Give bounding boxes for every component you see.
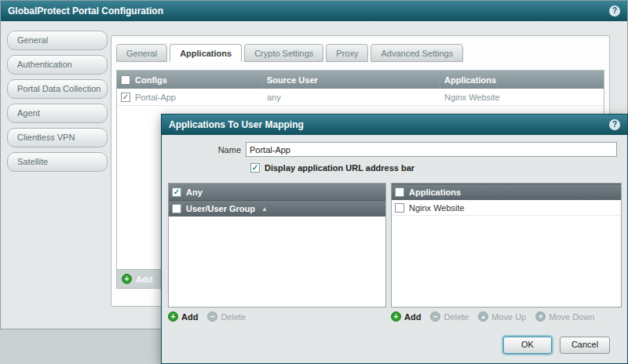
sidebar-item-general[interactable]: General	[7, 31, 108, 50]
applications-header-row[interactable]: Applications	[392, 184, 621, 200]
tab-bar: General Applications Crypto Settings Pro…	[111, 36, 609, 62]
applications-header-label: Applications	[409, 187, 461, 197]
configs-table-header: Configs Source User Applications	[117, 71, 604, 89]
users-delete-button: − Delete	[207, 311, 246, 322]
application-item-checkbox[interactable]	[395, 203, 404, 213]
header-configs: Configs	[117, 71, 263, 89]
display-url-bar-checkbox[interactable]: ✓	[250, 163, 260, 173]
cell-configs: ✓ Portal-App	[117, 89, 263, 105]
user-group-header-label: User/User Group	[186, 204, 255, 213]
add-icon: +	[122, 274, 132, 284]
sidebar-item-clientless-vpn[interactable]: Clientless VPN	[7, 128, 108, 147]
screen: GlobalProtect Portal Configuration ? Gen…	[0, 0, 628, 364]
user-group-header-row[interactable]: User/User Group ▲	[169, 200, 385, 217]
users-panel: ✓ Any User/User Group ▲	[168, 183, 386, 308]
mapping-dialog-header: Applications To User Mapping ?	[162, 115, 627, 135]
application-item-nginx[interactable]: Nginx Website	[392, 200, 621, 216]
applications-to-user-mapping-dialog: Applications To User Mapping ? Name ✓ Di…	[161, 114, 628, 364]
header-source-user: Source User	[263, 71, 440, 89]
cell-configs-text[interactable]: Portal-App	[135, 93, 176, 102]
header-configs-label: Configs	[135, 75, 167, 85]
applications-panel-actions: + Add − Delete ▲ Move Up ▼ Move Down	[391, 311, 594, 322]
ok-button[interactable]: OK	[503, 337, 552, 354]
move-down-button: ▼ Move Down	[535, 311, 594, 322]
cell-source-user: any	[263, 89, 440, 105]
table-add-button[interactable]: Add	[136, 275, 152, 284]
cancel-button[interactable]: Cancel	[560, 337, 610, 354]
tab-general[interactable]: General	[116, 44, 167, 62]
applications-select-all-checkbox[interactable]	[395, 187, 404, 197]
help-icon[interactable]: ?	[609, 119, 620, 130]
users-add-button[interactable]: + Add	[168, 311, 198, 322]
application-item-label: Nginx Website	[409, 203, 465, 213]
name-label: Name	[162, 145, 246, 155]
name-row: Name	[162, 142, 617, 157]
header-source-user-label: Source User	[267, 75, 318, 85]
applications-list-empty	[392, 216, 621, 307]
delete-icon: −	[430, 311, 440, 322]
applications-add-button[interactable]: + Add	[391, 311, 421, 322]
tab-applications[interactable]: Applications	[170, 44, 242, 62]
tab-proxy[interactable]: Proxy	[326, 44, 368, 62]
users-panel-actions: + Add − Delete	[168, 311, 246, 322]
url-bar-row[interactable]: ✓ Display application URL address bar	[250, 163, 414, 173]
mapping-dialog-title: Applications To User Mapping	[169, 119, 609, 130]
tab-crypto-settings[interactable]: Crypto Settings	[244, 44, 323, 62]
sidebar-item-satellite[interactable]: Satellite	[7, 152, 108, 172]
tab-advanced-settings[interactable]: Advanced Settings	[371, 44, 463, 62]
name-input[interactable]	[246, 142, 617, 157]
delete-icon: −	[207, 311, 217, 322]
select-all-checkbox[interactable]	[121, 75, 130, 85]
add-icon: +	[391, 311, 401, 322]
move-down-icon: ▼	[535, 311, 546, 322]
applications-panel: Applications Nginx Website	[391, 183, 622, 308]
add-icon: +	[168, 311, 178, 322]
move-up-icon: ▲	[478, 311, 488, 322]
header-applications: Applications	[440, 71, 604, 89]
sidebar-item-portal-data-collection[interactable]: Portal Data Collection	[7, 79, 108, 99]
cell-applications: Nginx Website	[440, 89, 604, 105]
users-list-empty	[169, 217, 385, 307]
header-applications-label: Applications	[444, 75, 496, 85]
sidebar-item-authentication[interactable]: Authentication	[7, 55, 108, 75]
sort-ascending-icon[interactable]: ▲	[261, 206, 268, 213]
any-checkbox[interactable]: ✓	[172, 187, 181, 197]
applications-delete-button: − Delete	[430, 311, 469, 322]
any-label: Any	[186, 187, 203, 197]
move-up-button: ▲ Move Up	[478, 311, 526, 322]
portal-dialog-header: GlobalProtect Portal Configuration ?	[1, 1, 627, 21]
sidebar-item-agent[interactable]: Agent	[7, 104, 108, 123]
row-checkbox[interactable]: ✓	[121, 93, 130, 102]
table-row-portal-app[interactable]: ✓ Portal-App any Nginx Website	[117, 89, 604, 106]
display-url-bar-label: Display application URL address bar	[265, 163, 414, 173]
user-group-select-all-checkbox[interactable]	[172, 204, 181, 213]
portal-dialog-title: GlobalProtect Portal Configuration	[8, 5, 609, 16]
any-row[interactable]: ✓ Any	[169, 184, 385, 200]
help-icon[interactable]: ?	[609, 5, 620, 16]
